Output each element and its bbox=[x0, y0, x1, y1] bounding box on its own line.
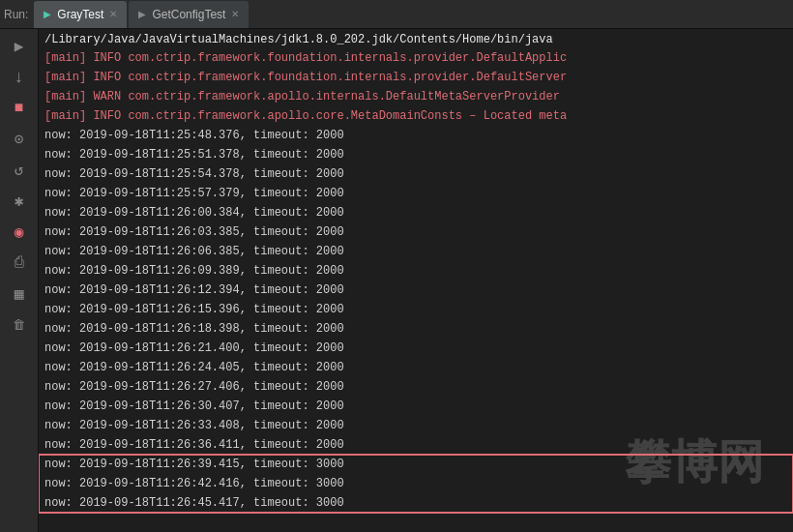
record-button[interactable]: ◉ bbox=[6, 219, 33, 246]
main-layout: ▶ ↓ ■ ⊙ ↺ ✱ ◉ ⎙ ▦ 🗑 攀博网 /Library/Java/Ja… bbox=[0, 29, 793, 532]
log-line: now: 2019-09-18T11:26:18.398, timeout: 2… bbox=[39, 319, 793, 339]
settings-button[interactable]: ✱ bbox=[6, 188, 33, 215]
java-path: /Library/Java/JavaVirtualMachines/jdk1.8… bbox=[39, 31, 793, 48]
tab-icon-get-config-test: ▶ bbox=[138, 9, 146, 19]
tab-close-gray-test[interactable]: ✕ bbox=[109, 9, 117, 19]
log-line: now: 2019-09-18T11:26:12.394, timeout: 2… bbox=[39, 281, 793, 300]
restart-button[interactable]: ▶ bbox=[6, 33, 33, 60]
log-line: now: 2019-09-18T11:26:21.400, timeout: 2… bbox=[39, 339, 793, 358]
log-line: now: 2019-09-18T11:26:36.411, timeout: 2… bbox=[39, 435, 793, 455]
log-line: now: 2019-09-18T11:26:27.406, timeout: 2… bbox=[39, 377, 793, 397]
resume-button[interactable]: ↓ bbox=[6, 64, 33, 91]
log-line: now: 2019-09-18T11:25:54.378, timeout: 2… bbox=[39, 164, 793, 184]
layout-button[interactable]: ▦ bbox=[6, 281, 33, 308]
log-line: now: 2019-09-18T11:25:48.376, timeout: 2… bbox=[39, 126, 793, 145]
tab-close-get-config-test[interactable]: ✕ bbox=[231, 9, 239, 19]
rerun-button[interactable]: ↺ bbox=[6, 157, 33, 184]
log-line: now: 2019-09-18T11:26:42.416, timeout: 3… bbox=[39, 474, 793, 493]
console-output[interactable]: /Library/Java/JavaVirtualMachines/jdk1.8… bbox=[39, 29, 793, 532]
log-line: now: 2019-09-18T11:25:51.378, timeout: 2… bbox=[39, 145, 793, 164]
delete-button[interactable]: 🗑 bbox=[6, 311, 33, 339]
print-button[interactable]: ⎙ bbox=[6, 250, 33, 277]
log-line: [main] INFO com.ctrip.framework.foundati… bbox=[39, 68, 793, 87]
log-line: now: 2019-09-18T11:26:09.389, timeout: 2… bbox=[39, 261, 793, 281]
log-line: now: 2019-09-18T11:26:39.415, timeout: 3… bbox=[39, 455, 793, 474]
log-line: now: 2019-09-18T11:26:45.417, timeout: 3… bbox=[39, 493, 793, 513]
tab-gray-test[interactable]: ▶ GrayTest ✕ bbox=[34, 1, 127, 28]
camera-button[interactable]: ⊙ bbox=[6, 126, 33, 153]
log-line: [main] INFO com.ctrip.framework.apollo.c… bbox=[39, 106, 793, 126]
tab-icon-gray-test: ▶ bbox=[44, 9, 51, 19]
stop-button[interactable]: ■ bbox=[6, 95, 33, 122]
tab-get-config-test[interactable]: ▶ GetConfigTest ✕ bbox=[129, 1, 249, 28]
tab-label-get-config-test: GetConfigTest bbox=[152, 8, 225, 21]
log-line: now: 2019-09-18T11:26:30.407, timeout: 2… bbox=[39, 397, 793, 416]
log-line: now: 2019-09-18T11:26:33.408, timeout: 2… bbox=[39, 416, 793, 435]
log-line: [main] WARN com.ctrip.framework.apollo.i… bbox=[39, 87, 793, 106]
log-line: [main] INFO com.ctrip.framework.foundati… bbox=[39, 48, 793, 68]
tab-label-gray-test: GrayTest bbox=[57, 8, 103, 21]
tab-bar: Run: ▶ GrayTest ✕ ▶ GetConfigTest ✕ bbox=[0, 0, 793, 29]
run-label: Run: bbox=[4, 8, 28, 21]
log-line: now: 2019-09-18T11:25:57.379, timeout: 2… bbox=[39, 184, 793, 203]
log-line: now: 2019-09-18T11:26:15.396, timeout: 2… bbox=[39, 300, 793, 319]
sidebar: ▶ ↓ ■ ⊙ ↺ ✱ ◉ ⎙ ▦ 🗑 bbox=[0, 29, 39, 532]
log-line: now: 2019-09-18T11:26:03.385, timeout: 2… bbox=[39, 222, 793, 242]
log-line: now: 2019-09-18T11:26:24.405, timeout: 2… bbox=[39, 358, 793, 377]
log-line: now: 2019-09-18T11:26:00.384, timeout: 2… bbox=[39, 203, 793, 222]
console-wrapper: 攀博网 /Library/Java/JavaVirtualMachines/jd… bbox=[39, 29, 793, 532]
log-line: now: 2019-09-18T11:26:06.385, timeout: 2… bbox=[39, 242, 793, 261]
